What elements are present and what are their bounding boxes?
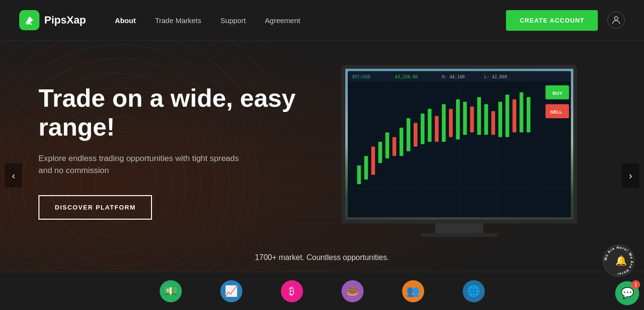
svg-rect-47 [477,97,481,135]
prev-slide-button[interactable]: ‹ [5,163,22,187]
trading-chart: BTC/USD 43,250.00 H: 44,100 L: 42,800 BU… [348,71,571,217]
commodities-icon-circle: 🍩 [341,280,364,302]
monitor-base [421,233,498,237]
chat-open-button[interactable]: 💬 1 [615,281,639,305]
svg-rect-43 [449,109,453,137]
nav-right: CREATE ACCOUNT [506,10,625,31]
next-slide-button[interactable]: › [622,163,639,187]
svg-rect-51 [505,95,509,137]
monitor-stand [435,223,483,233]
svg-rect-35 [392,137,396,156]
we-are-here-badge: We Are Here! We Are Here! 🔔 [601,243,637,279]
monitor-screen: BTC/USD 43,250.00 H: 44,100 L: 42,800 BU… [341,65,577,223]
bottom-icon-etf[interactable]: 🌐 [463,280,485,302]
svg-rect-54 [526,97,530,133]
svg-rect-48 [484,104,488,135]
bottom-icons-bar: 💵 📈 ₿ 🍩 👥 🌐 [0,272,644,310]
svg-rect-45 [463,102,467,135]
svg-rect-39 [420,113,424,144]
user-profile-icon[interactable] [607,12,625,29]
chat-icon: 💬 [621,287,634,299]
hero-title: Trade on a wide, easy range! [38,84,303,142]
logo[interactable]: PipsXap [19,10,86,30]
svg-rect-37 [406,118,410,151]
stocks-icon-circle: 📈 [220,280,242,302]
svg-rect-53 [519,92,523,132]
svg-rect-38 [414,123,417,147]
crypto-icon-circle: ₿ [281,280,303,302]
svg-text:BUY: BUY [552,90,562,96]
bottom-icon-crypto[interactable]: ₿ [281,280,303,302]
chat-badge: 1 [631,280,640,289]
bottom-icon-forex[interactable]: 💵 [160,280,182,302]
svg-rect-52 [512,99,516,133]
svg-text:BTC/USD: BTC/USD [352,74,370,79]
svg-text:H: 44,100: H: 44,100 [442,74,465,79]
hero-content-left: Trade on a wide, easy range! Explore end… [38,60,303,220]
hero-subtitle: Explore endless trading opportunities wi… [38,152,240,177]
chat-widget: We Are Here! We Are Here! 🔔 💬 1 [615,281,639,305]
bottom-icon-commodities[interactable]: 🍩 [341,280,364,302]
logo-text: PipsXap [44,14,86,26]
svg-rect-34 [385,132,389,158]
hero-visual-right: BTC/USD 43,250.00 H: 44,100 L: 42,800 BU… [303,60,615,252]
svg-rect-33 [378,142,382,163]
svg-rect-42 [442,104,445,142]
svg-rect-40 [428,109,431,142]
navbar: PipsXap About Trade Markets Support Agre… [0,0,644,41]
svg-rect-36 [399,128,403,156]
svg-point-18 [614,17,618,20]
svg-rect-31 [364,156,368,180]
create-account-button[interactable]: CREATE ACCOUNT [506,10,598,31]
hero-caption: 1700+ market. Countless opportunities. [255,253,389,262]
bottom-icon-stocks[interactable]: 📈 [220,280,242,302]
svg-text:L: 42,800: L: 42,800 [484,74,507,79]
svg-rect-50 [498,102,502,137]
trading-ui-overlay: BTC/USD 43,250.00 H: 44,100 L: 42,800 BU… [348,71,571,217]
indices-icon-circle: 👥 [402,280,424,302]
nav-links: About Trade Markets Support Agreement [115,16,506,25]
svg-rect-44 [456,99,460,139]
nav-link-about[interactable]: About [115,16,136,25]
monitor-container: BTC/USD 43,250.00 H: 44,100 L: 42,800 BU… [341,65,577,252]
discover-platform-button[interactable]: DISCOVER PLATFORM [38,195,152,220]
bottom-icon-indices[interactable]: 👥 [402,280,424,302]
svg-rect-30 [357,165,361,184]
svg-text:SELL: SELL [550,109,562,114]
svg-rect-41 [435,116,439,142]
svg-rect-32 [371,147,375,175]
svg-text:43,250.00: 43,250.00 [394,74,417,79]
nav-link-agreement[interactable]: Agreement [265,16,300,25]
nav-link-support[interactable]: Support [220,16,246,25]
forex-icon-circle: 💵 [160,280,182,302]
svg-text:🔔: 🔔 [615,255,627,266]
logo-icon [19,10,39,30]
nav-link-trade-markets[interactable]: Trade Markets [155,16,201,25]
svg-rect-46 [470,107,474,133]
hero-section: ‹ Trade on a wide, easy range! Explore e… [0,41,644,310]
etf-icon-circle: 🌐 [463,280,485,302]
svg-rect-49 [491,111,495,135]
